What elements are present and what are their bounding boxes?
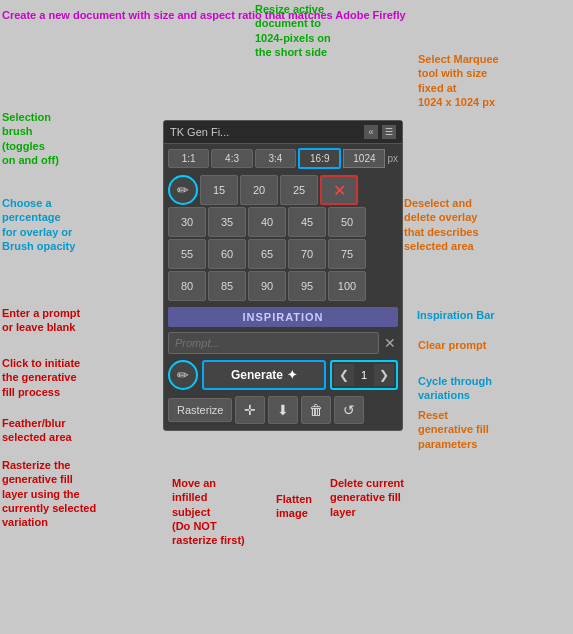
num-btn-35[interactable]: 35 <box>208 207 246 237</box>
annotation-rasterize-desc: Rasterize thegenerative filllayer using … <box>2 458 96 529</box>
num-btn-45[interactable]: 45 <box>288 207 326 237</box>
annotation-move-infilled: Move aninfilledsubject(Do NOTrasterize f… <box>172 476 245 547</box>
num-btn-90[interactable]: 90 <box>248 271 286 301</box>
prompt-input[interactable] <box>168 332 379 354</box>
titlebar-menu-btn[interactable]: ☰ <box>382 125 396 139</box>
num-btn-15[interactable]: 15 <box>200 175 238 205</box>
prompt-row: ✕ <box>164 329 402 357</box>
num-btn-80[interactable]: 80 <box>168 271 206 301</box>
generate-btn[interactable]: Generate ✦ <box>202 360 326 390</box>
annotation-delete-layer: Delete currentgenerative filllayer <box>330 476 404 519</box>
annotation-create-doc: Create a new document with size and aspe… <box>2 8 406 22</box>
aspect-3-4-btn[interactable]: 3:4 <box>255 149 296 168</box>
grid-row-2: 30 35 40 45 50 <box>168 207 398 237</box>
generate-label: Generate <box>231 368 283 382</box>
delete-layer-btn[interactable]: 🗑 <box>301 396 331 424</box>
panel-titlebar: TK Gen Fi... « ☰ <box>164 121 402 144</box>
num-btn-60[interactable]: 60 <box>208 239 246 269</box>
move-icon: ✛ <box>244 402 256 418</box>
num-btn-55[interactable]: 55 <box>168 239 206 269</box>
num-grid-section: ✏ 15 20 25 ✕ 30 35 40 45 50 55 60 65 70 … <box>164 173 402 305</box>
chevron-right-icon: ❯ <box>379 368 389 382</box>
aspect-16-9-btn[interactable]: 16:9 <box>298 148 341 169</box>
num-btn-25[interactable]: 25 <box>280 175 318 205</box>
pixel-size-input[interactable] <box>343 149 385 168</box>
titlebar-collapse-btn[interactable]: « <box>364 125 378 139</box>
num-btn-30[interactable]: 30 <box>168 207 206 237</box>
annotation-select-marquee: Select Marqueetool with sizefixed at1024… <box>418 52 499 109</box>
download-icon: ⬇ <box>277 402 289 418</box>
aspect-1-1-btn[interactable]: 1:1 <box>168 149 209 168</box>
num-btn-40[interactable]: 40 <box>248 207 286 237</box>
variation-controls: ❮ 1 ❯ <box>330 360 398 390</box>
deselect-delete-btn[interactable]: ✕ <box>320 175 358 205</box>
px-label: px <box>387 153 398 164</box>
annotation-cycle-variations: Cycle throughvariations <box>418 374 492 403</box>
grid-row-3: 55 60 65 70 75 <box>168 239 398 269</box>
annotation-flatten-image: Flattenimage <box>276 492 312 521</box>
annotation-selection-brush: Selectionbrush(toggleson and off) <box>2 110 59 167</box>
sparkle-icon: ✦ <box>287 368 297 382</box>
clear-prompt-btn[interactable]: ✕ <box>382 333 398 353</box>
annotation-clear-prompt: Clear prompt <box>418 338 486 352</box>
close-icon: ✕ <box>333 181 346 200</box>
generate-row: ✏ Generate ✦ ❮ 1 ❯ <box>164 357 402 393</box>
selection-brush-btn[interactable]: ✏ <box>168 175 198 205</box>
annotation-deselect: Deselect anddelete overlaythat describes… <box>404 196 479 253</box>
chevron-left-icon: ❮ <box>339 368 349 382</box>
num-btn-20[interactable]: 20 <box>240 175 278 205</box>
gen-brush-btn[interactable]: ✏ <box>168 360 198 390</box>
titlebar-controls: « ☰ <box>364 125 396 139</box>
num-btn-70[interactable]: 70 <box>288 239 326 269</box>
flatten-btn[interactable]: ⬇ <box>268 396 298 424</box>
brush-icon-gen: ✏ <box>177 367 189 383</box>
num-btn-75[interactable]: 75 <box>328 239 366 269</box>
move-btn[interactable]: ✛ <box>235 396 265 424</box>
reset-params-btn[interactable]: ↺ <box>334 396 364 424</box>
brush-icon: ✏ <box>177 182 189 198</box>
trash-icon: 🗑 <box>309 402 323 418</box>
bottom-row: Rasterize ✛ ⬇ 🗑 ↺ <box>164 393 402 427</box>
rasterize-btn[interactable]: Rasterize <box>168 398 232 422</box>
annotation-resize-doc: Resize activedocument to1024-pixels onRe… <box>255 2 331 59</box>
grid-row-1: ✏ 15 20 25 ✕ <box>168 175 398 205</box>
inspiration-bar[interactable]: INSPIRATION <box>168 307 398 327</box>
variation-number: 1 <box>356 369 372 381</box>
close-icon-prompt: ✕ <box>384 335 396 351</box>
num-btn-95[interactable]: 95 <box>288 271 326 301</box>
num-btn-50[interactable]: 50 <box>328 207 366 237</box>
annotation-click-generate: Click to initiatethe generativefill proc… <box>2 356 80 399</box>
num-btn-100[interactable]: 100 <box>328 271 366 301</box>
next-variation-btn[interactable]: ❯ <box>374 364 394 386</box>
annotation-enter-prompt: Enter a promptor leave blank <box>2 306 80 335</box>
panel-title: TK Gen Fi... <box>170 126 229 138</box>
annotation-feather-blur: Feather/blurselected area <box>2 416 72 445</box>
num-btn-85[interactable]: 85 <box>208 271 246 301</box>
main-panel: TK Gen Fi... « ☰ 1:1 4:3 3:4 16:9 px ✏ 1… <box>163 120 403 431</box>
aspect-ratio-row: 1:1 4:3 3:4 16:9 px <box>164 144 402 173</box>
annotation-choose-pct: Choose apercentagefor overlay orBrush op… <box>2 196 75 253</box>
grid-row-4: 80 85 90 95 100 <box>168 271 398 301</box>
annotation-inspiration-bar: Inspiration Bar <box>417 308 495 322</box>
aspect-4-3-btn[interactable]: 4:3 <box>211 149 252 168</box>
annotation-reset-params: Resetgenerative fillparameters <box>418 408 489 451</box>
num-btn-65[interactable]: 65 <box>248 239 286 269</box>
prev-variation-btn[interactable]: ❮ <box>334 364 354 386</box>
reset-icon: ↺ <box>343 402 355 418</box>
